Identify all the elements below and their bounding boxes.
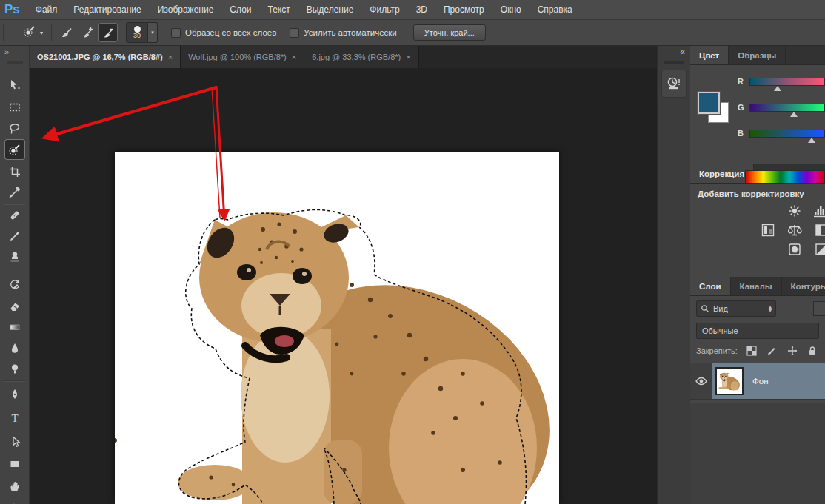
close-icon[interactable]: × xyxy=(406,53,410,61)
dodge-tool[interactable] xyxy=(5,359,24,378)
menu-file[interactable]: Файл xyxy=(27,4,66,15)
layer-name: Фон xyxy=(752,377,769,386)
lock-all-icon[interactable] xyxy=(806,345,819,357)
layer-visibility-toggle[interactable] xyxy=(690,363,712,399)
tab-layers[interactable]: Слои xyxy=(690,277,731,295)
brightness-contrast-adjustment-icon[interactable] xyxy=(786,204,803,218)
menu-3d[interactable]: 3D xyxy=(408,4,435,15)
red-slider-handle[interactable] xyxy=(774,86,781,91)
tab-swatches[interactable]: Образцы xyxy=(729,46,786,64)
collapse-panels-icon[interactable]: « xyxy=(658,46,690,57)
quick-selection-tool[interactable] xyxy=(5,140,24,159)
channel-mixer-adjustment-icon[interactable] xyxy=(813,243,825,256)
green-channel-slider[interactable] xyxy=(749,104,825,112)
lasso-tool[interactable] xyxy=(5,119,24,138)
curves-adjustment-icon[interactable] xyxy=(760,224,776,237)
document-canvas[interactable] xyxy=(115,152,559,504)
type-tool[interactable]: T xyxy=(5,409,24,428)
photo-filter-adjustment-icon[interactable] xyxy=(786,243,803,256)
blur-tool[interactable] xyxy=(5,338,24,357)
hand-tool[interactable] xyxy=(5,477,24,496)
new-selection-mode-button[interactable] xyxy=(57,23,76,42)
document-tab-3[interactable]: 6.jpg @ 33,3% (RGB/8*) × xyxy=(304,46,418,68)
tab-paths[interactable]: Контуры xyxy=(782,277,825,295)
close-icon[interactable]: × xyxy=(168,53,173,61)
green-channel-label: G xyxy=(738,103,749,112)
clone-stamp-tool[interactable] xyxy=(5,247,24,266)
rectangular-marquee-tool[interactable] xyxy=(5,98,24,117)
menu-type[interactable]: Текст xyxy=(260,4,298,15)
chevron-down-icon: ▾ xyxy=(40,30,43,36)
tab-channels[interactable]: Каналы xyxy=(731,277,782,295)
history-icon xyxy=(666,75,682,92)
blend-mode-dropdown[interactable]: Обычные xyxy=(696,323,819,339)
layer-filter-toggle[interactable] xyxy=(813,301,825,316)
zoom-tool[interactable] xyxy=(5,499,24,504)
eyedropper-tool[interactable] xyxy=(5,183,24,202)
menu-layers[interactable]: Слои xyxy=(221,4,259,15)
dock-gripper[interactable] xyxy=(664,61,684,64)
green-slider-handle[interactable] xyxy=(790,112,798,117)
subtract-from-selection-mode-button[interactable] xyxy=(98,23,118,42)
tool-preset-picker[interactable]: ▾ xyxy=(19,22,47,43)
sample-all-layers-checkbox[interactable]: Образец со всех слоев xyxy=(171,28,276,38)
brush-size-picker[interactable]: 30 xyxy=(126,22,148,43)
crop-tool[interactable] xyxy=(5,162,24,181)
svg-text:T: T xyxy=(11,412,18,424)
refine-edge-button[interactable]: Уточн. край... xyxy=(413,24,486,41)
color-panel-tabs: Цвет Образцы xyxy=(690,46,825,65)
history-panel-button[interactable] xyxy=(661,70,687,98)
tools-panel: » T xyxy=(0,46,30,504)
red-channel-slider[interactable] xyxy=(749,78,825,86)
color-balance-adjustment-icon[interactable] xyxy=(786,224,803,237)
document-tab-1[interactable]: OS21001.JPG @ 16,7% (RGB/8#) × xyxy=(30,46,181,68)
color-panel-body: R G B xyxy=(690,65,825,164)
foreground-color-swatch[interactable] xyxy=(698,92,720,114)
blue-channel-row: B xyxy=(738,126,825,141)
menu-select[interactable]: Выделение xyxy=(298,4,362,15)
layer-row-background[interactable]: Фон xyxy=(690,363,825,400)
tools-gripper[interactable] xyxy=(7,61,23,64)
layer-thumbnail[interactable] xyxy=(715,367,744,395)
black-white-adjustment-icon[interactable] xyxy=(813,224,825,237)
lock-position-icon[interactable] xyxy=(786,345,799,357)
rectangle-tool[interactable] xyxy=(5,454,24,474)
blue-slider-handle[interactable] xyxy=(808,138,815,143)
pen-tool[interactable] xyxy=(5,385,24,404)
layers-panel-body: Вид ▴▾ Обычные Закрепить: xyxy=(690,296,825,403)
layer-filter-kind-dropdown[interactable]: Вид ▴▾ xyxy=(696,300,776,317)
sample-all-layers-label: Образец со всех слоев xyxy=(185,28,276,37)
levels-adjustment-icon[interactable] xyxy=(813,204,825,218)
brush-size-value: 30 xyxy=(133,33,141,39)
menu-help[interactable]: Справка xyxy=(530,4,581,15)
selected-layer[interactable]: Фон xyxy=(712,363,825,399)
options-bar: ▾ 30 ▾ Образец со всех слоев Усилить авт… xyxy=(0,20,825,46)
auto-enhance-checkbox[interactable]: Усилить автоматически xyxy=(290,28,396,38)
spot-healing-brush-tool[interactable] xyxy=(5,206,24,225)
lion-cub-image xyxy=(115,152,559,504)
close-icon[interactable]: × xyxy=(292,53,296,61)
menu-edit[interactable]: Редактирование xyxy=(65,4,149,15)
blue-channel-label: B xyxy=(738,129,749,138)
blue-channel-slider[interactable] xyxy=(749,130,825,138)
panel-column: Цвет Образцы R G B Коррекция xyxy=(690,46,825,504)
tab-color[interactable]: Цвет xyxy=(690,46,729,64)
lock-pixels-icon[interactable] xyxy=(765,345,778,357)
add-to-selection-mode-button[interactable] xyxy=(78,23,97,42)
gradient-tool[interactable] xyxy=(5,317,24,337)
brush-tool[interactable] xyxy=(5,226,24,246)
document-tab-2[interactable]: Wolf.jpg @ 100% (RGB/8*) × xyxy=(181,46,304,68)
menu-view[interactable]: Просмотр xyxy=(435,4,492,15)
menu-window[interactable]: Окно xyxy=(492,4,530,15)
history-brush-tool[interactable] xyxy=(5,275,24,295)
eraser-tool[interactable] xyxy=(5,297,24,316)
lock-transparency-icon[interactable] xyxy=(745,345,758,357)
color-spectrum-ramp[interactable] xyxy=(745,170,825,184)
path-selection-tool[interactable] xyxy=(5,432,24,451)
green-channel-row: G xyxy=(738,100,825,115)
expand-tools-icon[interactable]: » xyxy=(0,46,29,56)
menu-filter[interactable]: Фильтр xyxy=(361,4,407,15)
menu-image[interactable]: Изображение xyxy=(150,4,222,15)
brush-size-dropdown[interactable]: ▾ xyxy=(148,22,158,43)
move-tool[interactable] xyxy=(5,75,24,95)
